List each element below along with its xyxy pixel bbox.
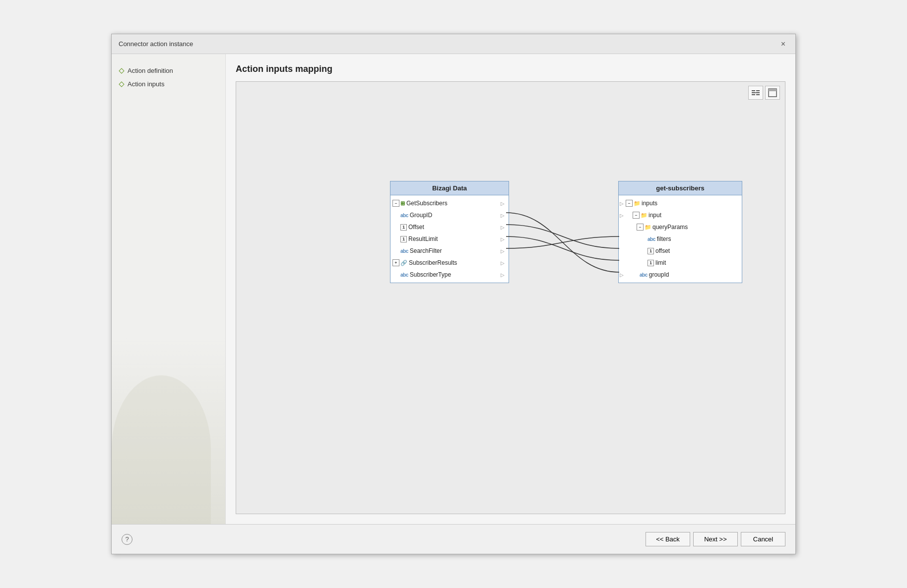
page-title: Action inputs mapping	[236, 64, 785, 74]
footer-left: ?	[122, 534, 132, 545]
sidebar-item-label-1: Action definition	[128, 67, 173, 74]
connector-arrow: ▷	[501, 272, 507, 278]
row-label: limit	[655, 259, 666, 266]
table-row: − 📁 queryParams	[619, 221, 742, 233]
row-label: offset	[655, 247, 670, 254]
connections-svg	[236, 82, 785, 514]
connector-arrow: ▷	[501, 248, 507, 254]
expand-icon[interactable]: −	[637, 224, 644, 231]
main-content: Action inputs mapping	[226, 54, 795, 524]
connector-arrow: ▷	[501, 260, 507, 266]
table-row: + 🔗 SubscriberResults ▷	[390, 257, 509, 269]
num-icon: 1	[400, 236, 407, 242]
footer-buttons: << Back Next >> Cancel	[646, 532, 785, 546]
footer: ? << Back Next >> Cancel	[112, 524, 795, 554]
row-label: ResultLimit	[408, 235, 438, 242]
str-icon: abc	[400, 272, 408, 278]
table-row: ▷ − 📁 input	[619, 209, 742, 221]
table-row: 1 ResultLimit ▷	[390, 233, 509, 245]
canvas: Bizagi Data − ⊞ GetSubscribers ▷	[236, 82, 785, 514]
cancel-button[interactable]: Cancel	[741, 532, 785, 546]
sidebar: Action definition Action inputs	[112, 54, 226, 524]
dialog-title: Connector action instance	[119, 40, 193, 48]
str-icon: abc	[648, 236, 655, 242]
table-row: − ⊞ GetSubscribers ▷	[390, 197, 509, 209]
row-label: filters	[657, 235, 671, 242]
table-icon: ⊞	[400, 200, 405, 207]
num-icon: 1	[400, 224, 407, 231]
left-mapping-table: Bizagi Data − ⊞ GetSubscribers ▷	[390, 181, 509, 283]
left-table-header: Bizagi Data	[390, 181, 509, 195]
table-row: 1 limit	[619, 257, 742, 269]
sidebar-item-label-2: Action inputs	[128, 80, 164, 88]
connector-arrow: ▷	[501, 236, 507, 242]
diamond-icon-1	[119, 68, 124, 73]
row-label: GroupID	[410, 212, 432, 219]
right-mapping-table: get-subscribers ▷ − 📁 inputs ▷	[618, 181, 742, 283]
folder-icon: 📁	[645, 224, 651, 231]
table-row: 1 Offset ▷	[390, 221, 509, 233]
folder-icon: 📁	[634, 200, 641, 207]
table-row: abc SubscriberType ▷	[390, 269, 509, 281]
row-label: GetSubscribers	[406, 200, 448, 207]
row-label: SearchFilter	[410, 247, 442, 254]
sidebar-decoration	[112, 375, 211, 524]
table-row: 1 offset	[619, 245, 742, 257]
row-label: groupId	[649, 271, 669, 278]
connector-arrow-left: ▷	[619, 201, 626, 206]
dialog-body: Action definition Action inputs Action i…	[112, 54, 795, 524]
row-label: Offset	[408, 224, 424, 231]
row-label: SubscriberResults	[409, 259, 457, 266]
expand-icon[interactable]: −	[392, 200, 399, 207]
expand-icon[interactable]: +	[392, 259, 399, 266]
table-row: ▷ − 📁 inputs	[619, 197, 742, 209]
next-button[interactable]: Next >>	[693, 532, 738, 546]
left-table-body: − ⊞ GetSubscribers ▷ abc GroupID ▷	[390, 195, 509, 283]
row-label: queryParams	[652, 224, 688, 231]
right-table-header: get-subscribers	[619, 181, 742, 195]
table-row: ▷ abc groupId	[619, 269, 742, 281]
num-icon: 1	[648, 260, 654, 266]
table-row: abc SearchFilter ▷	[390, 245, 509, 257]
str-icon: abc	[400, 248, 408, 254]
help-icon-button[interactable]: ?	[122, 534, 132, 545]
sidebar-item-action-definition[interactable]: Action definition	[112, 64, 225, 77]
sidebar-item-action-inputs[interactable]: Action inputs	[112, 77, 225, 91]
back-button[interactable]: << Back	[646, 532, 690, 546]
table-row: abc filters	[619, 233, 742, 245]
row-label: SubscriberType	[410, 271, 451, 278]
connector-arrow-left: ▷	[619, 272, 626, 278]
str-icon: abc	[400, 213, 408, 218]
diamond-icon-2	[119, 81, 124, 87]
expand-icon[interactable]: −	[633, 212, 640, 219]
connector-arrow-left: ▷	[619, 213, 626, 218]
right-table-body: ▷ − 📁 inputs ▷ − 📁 input	[619, 195, 742, 283]
table-row: abc GroupID ▷	[390, 209, 509, 221]
title-bar: Connector action instance ×	[112, 34, 795, 54]
row-label: inputs	[642, 200, 657, 207]
num-icon: 1	[648, 248, 654, 254]
connector-dialog: Connector action instance × Action defin…	[111, 34, 796, 554]
mapping-area: Bizagi Data − ⊞ GetSubscribers ▷	[236, 81, 785, 514]
folder-icon: 📁	[641, 212, 648, 219]
key-icon: 🔗	[400, 260, 407, 266]
connector-arrow: ▷	[501, 213, 507, 218]
close-button[interactable]: ×	[778, 39, 788, 49]
connector-arrow: ▷	[501, 225, 507, 230]
expand-icon[interactable]: −	[626, 200, 633, 207]
str-icon: abc	[640, 272, 648, 278]
row-label: input	[648, 212, 661, 219]
connector-arrow: ▷	[501, 201, 507, 206]
